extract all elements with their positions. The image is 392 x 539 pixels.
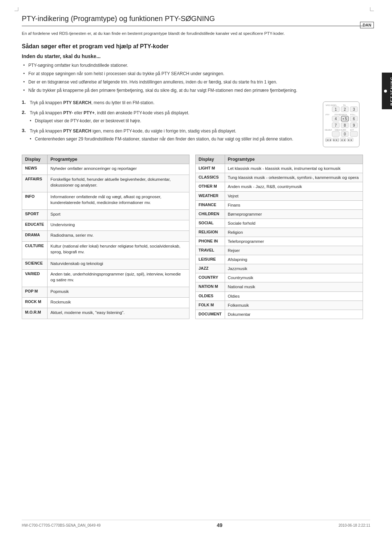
step-3: 3. Tryk på knappen PTY SEARCH igen, mens… xyxy=(22,128,312,142)
footer-left: HW-C700-C770S-C770BS-SENA_DAN_0649 49 xyxy=(22,523,101,527)
right-table-cell-display: FOLK M xyxy=(196,301,225,310)
right-table-cell-programtype: Børneprogrammer xyxy=(225,209,363,219)
remote-svg: VFD DISPL TA 1 2 3 PTY PTYSEARCH PTY+ 4 … xyxy=(321,101,361,148)
right-table-row: SOCIALSociale forhold xyxy=(196,219,363,228)
left-table-cell-programtype: Sport xyxy=(48,209,189,220)
left-table-row: INFOInformationer omfattende mål og vægt… xyxy=(22,192,189,209)
bullet-item-2: For at stoppe søgningen når som helst i … xyxy=(23,70,363,77)
left-table-row: POP MPopmusik xyxy=(22,287,189,297)
bullet-item-3: Der er en tidsgrænse ved udførelse af fø… xyxy=(23,79,363,85)
left-table-cell-programtype: Aktuel, moderne musik, "easy listening". xyxy=(48,308,189,319)
step-2: 2. Tryk på knappen PTY- eller PTY+, indt… xyxy=(22,110,312,124)
svg-text:TA: TA xyxy=(343,104,346,106)
left-table-cell-programtype: Kultur (national eller lokal) herunder r… xyxy=(48,241,189,259)
svg-text:9: 9 xyxy=(353,123,355,127)
left-table-row: SCIENCENaturvidenskab og teknologi xyxy=(22,259,189,269)
right-table-cell-programtype: Jazzmusik xyxy=(225,264,363,273)
svg-text:8: 8 xyxy=(344,123,346,127)
svg-text:◄◄: ◄◄ xyxy=(340,139,346,141)
step-2-sub: Displayet viser de PTY-koder, der er bes… xyxy=(30,118,312,124)
svg-text:|◄◄: |◄◄ xyxy=(326,139,331,142)
right-table-cell-display: FINANCE xyxy=(196,200,225,209)
section-heading: Sådan søger efter et program ved hjælp a… xyxy=(22,43,363,50)
svg-text:6: 6 xyxy=(353,117,355,121)
right-table-cell-display: WEATHER xyxy=(196,191,225,200)
svg-text:PTY+: PTY+ xyxy=(350,114,355,116)
left-table-row: NEWSNyheder omfatter annonceringer og re… xyxy=(22,164,189,175)
svg-text:DELBUF: DELBUF xyxy=(325,129,332,131)
step-1: 1. Tryk på knappen PTY SEARCH, mens du l… xyxy=(22,99,312,106)
right-table-row: FOLK MFolkemusik xyxy=(196,301,363,310)
left-table-cell-programtype: Undervisning xyxy=(48,220,189,230)
right-table-row: LEISUREAfslapning xyxy=(196,255,363,264)
left-table-cell-programtype: Naturvidenskab og teknologi xyxy=(48,259,189,269)
right-table-row: CHILDRENBørneprogrammer xyxy=(196,209,363,219)
svg-text:EXT: EXT xyxy=(350,129,354,131)
steps-list: 1. Tryk på knappen PTY SEARCH, mens du l… xyxy=(22,99,312,148)
right-table-cell-programtype: Sociale forhold xyxy=(225,219,363,228)
side-tab: BETJENING xyxy=(382,73,392,109)
left-table-cell-display: ROCK M xyxy=(22,298,48,308)
right-table-cell-programtype: Anden musik - Jazz, R&B, countrymusik xyxy=(225,182,363,191)
left-table-row: SPORTSport xyxy=(22,209,189,220)
svg-text:4: 4 xyxy=(335,117,337,121)
right-table-cell-display: LEISURE xyxy=(196,255,225,264)
step-3-content: Tryk på knappen PTY SEARCH igen, mens de… xyxy=(30,128,312,142)
svg-text:PTYSEARCH: PTYSEARCH xyxy=(335,114,347,116)
subsection-heading: Inden du starter, skal du huske... xyxy=(22,53,363,59)
right-table-cell-programtype: Vejret xyxy=(225,191,363,200)
left-table-header-display: Display xyxy=(22,155,48,164)
left-table-row: EDUCATEUndervisning xyxy=(22,220,189,230)
svg-text:7: 7 xyxy=(335,123,337,127)
right-table-cell-programtype: National musik xyxy=(225,282,363,291)
svg-text:PTY: PTY xyxy=(326,114,330,116)
right-table-cell-programtype: Finans xyxy=(225,200,363,209)
right-table-cell-display: PHONE IN xyxy=(196,237,225,246)
right-table-cell-display: SOCIAL xyxy=(196,219,225,228)
main-content: PTY-indikering (Programtype) og funktion… xyxy=(22,15,370,319)
right-table-cell-programtype: Let klassisk musik - klassisk musik, ins… xyxy=(225,164,363,173)
svg-text:VIDEO SURR: VIDEO SURR xyxy=(335,129,346,131)
left-table-cell-display: M.O.R.M xyxy=(22,308,48,319)
page-title: PTY-indikering (Programtype) og funktion… xyxy=(22,15,363,26)
right-table-cell-display: LIGHT M xyxy=(196,164,225,173)
svg-text:3: 3 xyxy=(353,107,355,111)
svg-text:• 5: • 5 xyxy=(343,117,347,121)
left-table-cell-display: SPORT xyxy=(22,209,48,220)
right-table-cell-programtype: Folkemusik xyxy=(225,301,363,310)
right-table-cell-programtype: Religion xyxy=(225,228,363,237)
svg-text:►►|: ►►| xyxy=(333,139,339,142)
program-table-left: Display Programtype NEWSNyheder omfatter… xyxy=(22,155,189,319)
right-table-cell-programtype: Countrymusik xyxy=(225,273,363,282)
program-table-right: Display Programtype LIGHT MLet klassisk … xyxy=(195,155,363,319)
right-table-cell-programtype: Rejser xyxy=(225,246,363,255)
left-table-row: DRAMARadiodrama, serier mv. xyxy=(22,231,189,241)
left-table-cell-programtype: Informationer omfattende mål og vægt, af… xyxy=(48,192,189,209)
left-table-cell-programtype: Rockmusik xyxy=(48,298,189,308)
left-table-cell-display: AFFAIRS xyxy=(22,175,48,192)
right-table-cell-display: DOCUMENT xyxy=(196,310,225,319)
right-table-cell-display: RELIGION xyxy=(196,228,225,237)
right-table-cell-display: CLASSICS xyxy=(196,173,225,182)
page-number: 49 xyxy=(101,522,339,528)
right-table-cell-programtype: Afslapning xyxy=(225,255,363,264)
language-label: DAN xyxy=(360,22,374,28)
right-table-cell-display: JAZZ xyxy=(196,264,225,273)
svg-text:VFD DISPL: VFD DISPL xyxy=(326,104,337,106)
left-table-row: M.O.R.MAktuel, moderne musik, "easy list… xyxy=(22,308,189,319)
left-table-cell-programtype: Popmusik xyxy=(48,287,189,297)
left-table-cell-display: SCIENCE xyxy=(22,259,48,269)
left-table-cell-programtype: Anden tale, underholdningsprogrammer (qu… xyxy=(48,269,189,287)
right-table-row: NATION MNational musik xyxy=(196,282,363,291)
right-table-row: RELIGIONReligion xyxy=(196,228,363,237)
svg-rect-34 xyxy=(350,131,358,136)
left-table-cell-programtype: Nyheder omfatter annonceringer og report… xyxy=(48,164,189,175)
right-table-cell-display: COUNTRY xyxy=(196,273,225,282)
right-table-cell-programtype: Tung klassisk musik - orkestermusik, sym… xyxy=(225,173,363,182)
bullet-item-1: PTY-søgning omfatter kun forudindstilled… xyxy=(23,62,363,69)
svg-rect-31 xyxy=(332,131,339,136)
step-1-content: Tryk på knappen PTY SEARCH, mens du lytt… xyxy=(30,99,312,106)
left-table-cell-display: CULTURE xyxy=(22,241,48,259)
program-table-container: Display Programtype NEWSNyheder omfatter… xyxy=(22,155,363,319)
bullet-item-4: Når du trykker på knapperne på den primæ… xyxy=(23,87,363,94)
